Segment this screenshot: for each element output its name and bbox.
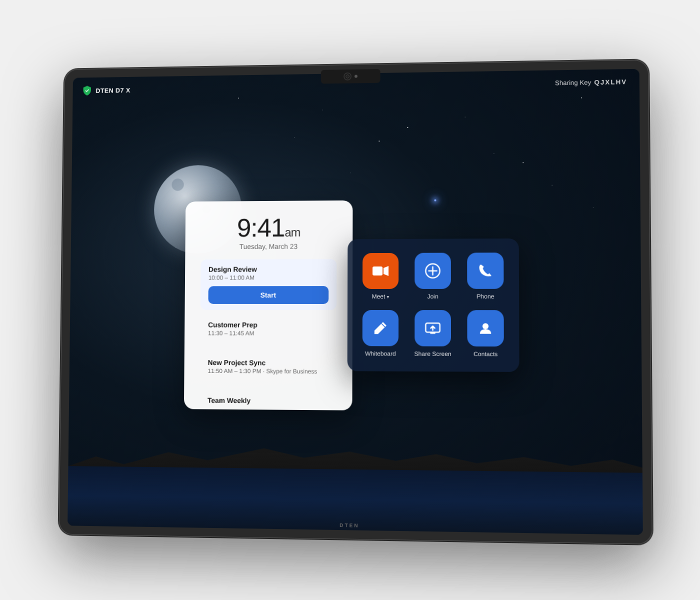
camera-indicator bbox=[354, 75, 358, 78]
whiteboard-icon-bg bbox=[362, 310, 398, 346]
meet-icon-bg bbox=[362, 253, 398, 289]
meeting-time-3: 11:50 AM – 1:30 PM · Skype for Business bbox=[208, 368, 328, 375]
device-shell: DTEN D7 X Sharing Key QJXLHV 9:41am Tues… bbox=[58, 60, 652, 544]
app-item-whiteboard[interactable]: Whiteboard bbox=[360, 310, 402, 358]
share-screen-icon bbox=[424, 319, 442, 337]
device-brand-bezel: DTEN bbox=[340, 522, 359, 528]
camera-lens bbox=[344, 72, 352, 80]
calendar-widget: 9:41am Tuesday, March 23 Design Review 1… bbox=[184, 200, 353, 410]
screen: DTEN D7 X Sharing Key QJXLHV 9:41am Tues… bbox=[68, 69, 643, 535]
plus-circle-icon bbox=[424, 262, 442, 280]
svg-point-9 bbox=[482, 323, 488, 329]
app-item-contacts[interactable]: Contacts bbox=[464, 310, 507, 358]
app-item-share-screen[interactable]: Share Screen bbox=[412, 310, 454, 358]
clock-time: 9:41 bbox=[237, 213, 285, 242]
share-screen-label: Share Screen bbox=[414, 350, 452, 358]
shield-icon bbox=[82, 86, 92, 96]
start-meeting-button[interactable]: Start bbox=[208, 286, 328, 304]
sharing-key-label: Sharing Key bbox=[555, 78, 591, 86]
app-item-meet[interactable]: Meet ▾ bbox=[360, 253, 402, 300]
whiteboard-label: Whiteboard bbox=[365, 350, 396, 357]
meeting-time-2: 11:30 – 11:45 AM bbox=[208, 330, 328, 337]
join-label: Join bbox=[427, 293, 438, 300]
pencil-icon bbox=[372, 320, 389, 336]
clock-ampm: am bbox=[284, 226, 300, 239]
sharing-key-value: QJXLHV bbox=[594, 78, 627, 86]
apps-panel: Meet ▾ bbox=[348, 238, 520, 372]
meeting-item-design-review: Design Review 10:00 – 11:00 AM Start bbox=[200, 259, 337, 310]
svg-rect-0 bbox=[372, 266, 382, 276]
meet-label: Meet ▾ bbox=[372, 293, 390, 300]
video-camera-icon bbox=[372, 262, 390, 280]
contacts-label: Contacts bbox=[474, 350, 498, 358]
contacts-icon-bg bbox=[467, 310, 504, 346]
clock-display: 9:41am bbox=[201, 214, 337, 241]
dten-logo: DTEN D7 X bbox=[82, 84, 130, 96]
app-item-join[interactable]: Join bbox=[412, 253, 454, 300]
meeting-time-1: 10:00 – 11:00 AM bbox=[208, 274, 329, 281]
meeting-title-2: Customer Prep bbox=[208, 321, 328, 329]
camera-bar bbox=[321, 69, 380, 84]
meeting-title-3: New Project Sync bbox=[208, 358, 328, 367]
meeting-title-1: Design Review bbox=[208, 265, 328, 273]
join-icon-bg bbox=[414, 253, 451, 289]
clock-date: Tuesday, March 23 bbox=[201, 242, 337, 250]
meet-chevron: ▾ bbox=[386, 294, 389, 299]
meeting-title-4: Team Weekly bbox=[208, 396, 328, 406]
meeting-item-new-project: New Project Sync 11:50 AM – 1:30 PM · Sk… bbox=[200, 352, 336, 386]
share-screen-icon-bg bbox=[414, 310, 451, 346]
phone-icon bbox=[476, 262, 494, 279]
meeting-item-team-weekly: Team Weekly bbox=[200, 390, 336, 410]
sharing-key-area: Sharing Key QJXLHV bbox=[555, 78, 627, 86]
meeting-item-customer-prep: Customer Prep 11:30 – 11:45 AM bbox=[200, 315, 336, 348]
phone-label: Phone bbox=[476, 293, 494, 300]
phone-icon-bg bbox=[467, 252, 504, 289]
svg-marker-1 bbox=[384, 266, 388, 276]
content-area: 9:41am Tuesday, March 23 Design Review 1… bbox=[68, 94, 642, 520]
person-icon bbox=[477, 320, 494, 336]
app-item-phone[interactable]: Phone bbox=[464, 252, 507, 300]
apps-grid: Meet ▾ bbox=[360, 252, 507, 358]
device-model-label: DTEN D7 X bbox=[96, 86, 130, 94]
